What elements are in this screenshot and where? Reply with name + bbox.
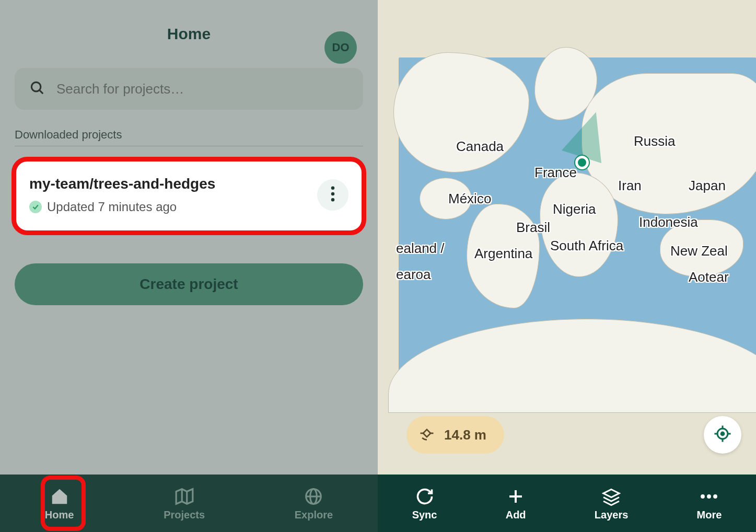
svg-marker-5 (176, 489, 193, 504)
map-label: Japan (689, 178, 726, 194)
map-label: Indonesia (639, 214, 698, 230)
map-label: Argentina (474, 246, 532, 262)
project-info: my-team/trees-and-hedges Updated 7 minut… (29, 176, 215, 214)
svg-point-0 (31, 82, 41, 91)
map-pane: CanadaRussiaFranceMéxicoIranJapanNigeria… (378, 0, 756, 532)
map-label: Canada (456, 138, 504, 155)
nav-more[interactable]: More (697, 486, 722, 521)
recenter-button[interactable] (704, 416, 741, 454)
svg-point-15 (721, 432, 724, 435)
divider (15, 146, 363, 146)
nav-add[interactable]: Add (506, 486, 526, 521)
nav-label: Layers (595, 509, 629, 521)
svg-point-2 (331, 187, 335, 190)
map-label: Nigeria (553, 201, 596, 217)
map-label: France (534, 165, 577, 181)
nav-explore[interactable]: Explore (295, 486, 333, 521)
crosshair-icon (714, 425, 731, 445)
map-icon (173, 486, 195, 507)
svg-point-23 (701, 494, 705, 499)
svg-rect-11 (423, 429, 431, 436)
create-project-button[interactable]: Create project (15, 263, 363, 305)
map-label: Aotear (689, 269, 729, 285)
project-card-highlight-wrap: my-team/trees-and-hedges Updated 7 minut… (15, 160, 363, 232)
layers-icon (602, 486, 621, 507)
avatar[interactable]: DO (324, 31, 357, 64)
nav-label: Explore (295, 509, 333, 521)
location-marker (575, 156, 589, 169)
svg-line-1 (40, 90, 43, 94)
kebab-icon (331, 186, 335, 204)
svg-point-4 (331, 198, 335, 202)
map-canvas[interactable]: CanadaRussiaFranceMéxicoIranJapanNigeria… (399, 57, 756, 407)
project-name: my-team/trees-and-hedges (29, 176, 215, 192)
map-label: New Zeal (670, 243, 728, 259)
svg-marker-22 (603, 489, 619, 497)
map-label: Iran (618, 178, 642, 194)
globe-icon (303, 486, 324, 507)
map-label: Brasil (516, 219, 550, 236)
nav-label: Sync (412, 509, 437, 521)
satellite-icon (419, 425, 435, 445)
nav-sync[interactable]: Sync (412, 486, 437, 521)
svg-point-24 (707, 494, 712, 499)
plus-icon (506, 486, 525, 507)
search-bar[interactable] (15, 68, 363, 110)
nav-label: Add (506, 509, 526, 521)
svg-point-25 (714, 494, 718, 499)
check-icon (29, 201, 42, 213)
search-input[interactable] (56, 81, 348, 97)
nav-label: Home (45, 509, 74, 521)
page-title: Home (167, 25, 211, 43)
gps-accuracy-pill[interactable]: 14.8 m (406, 416, 504, 454)
project-status: Updated 7 minutes ago (47, 200, 177, 214)
gps-accuracy-value: 14.8 m (444, 427, 486, 443)
sync-icon (415, 486, 434, 507)
map-label: earoa (396, 267, 431, 283)
home-icon (49, 486, 70, 507)
nav-label: More (697, 509, 722, 521)
map-label: México (448, 191, 491, 207)
nav-home[interactable]: Home (45, 486, 74, 521)
bottom-nav-left: Home Projects Explore (0, 475, 378, 532)
dots-icon (700, 486, 718, 507)
section-label: Downloaded projects (15, 128, 363, 142)
bottom-nav-right: Sync Add Layers More (378, 475, 756, 532)
map-label: Russia (634, 133, 675, 149)
nav-layers[interactable]: Layers (595, 486, 629, 521)
search-icon (29, 80, 45, 98)
nav-label: Projects (164, 509, 205, 521)
nav-projects[interactable]: Projects (164, 486, 205, 521)
project-card[interactable]: my-team/trees-and-hedges Updated 7 minut… (15, 160, 363, 232)
svg-point-3 (331, 192, 335, 196)
map-label: ealand / (396, 240, 445, 257)
map-label: South Africa (550, 238, 623, 254)
project-menu-button[interactable] (317, 179, 348, 211)
project-status-row: Updated 7 minutes ago (29, 200, 215, 214)
header: Home DO (0, 0, 378, 68)
home-pane: Home DO Downloaded projects my-team/tree… (0, 0, 378, 532)
